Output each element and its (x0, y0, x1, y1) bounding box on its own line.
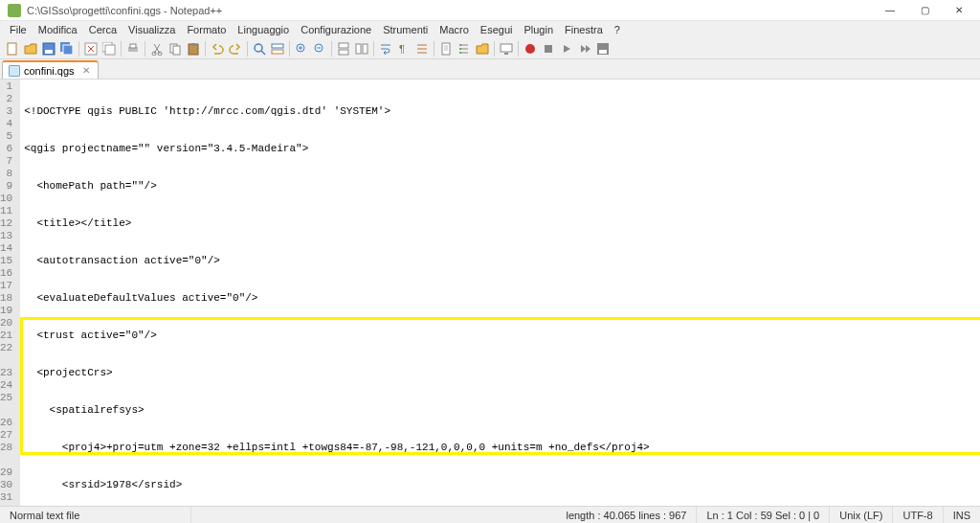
tab-confini-qgs[interactable]: confini.qgs ✕ (2, 60, 99, 79)
svg-rect-21 (339, 43, 348, 48)
function-list-icon[interactable] (456, 40, 473, 57)
menu-strumenti[interactable]: Strumenti (377, 23, 434, 36)
editor: 12345678910 11121314151617181920 2122232… (0, 79, 980, 506)
menubar: File Modifica Cerca Visualizza Formato L… (0, 21, 980, 38)
svg-rect-9 (130, 44, 136, 48)
menu-visualizza[interactable]: Visualizza (122, 23, 181, 36)
redo-icon[interactable] (227, 40, 244, 57)
menu-macro[interactable]: Macro (434, 23, 475, 36)
record-icon[interactable] (522, 40, 539, 57)
doc-map-icon[interactable] (437, 40, 455, 57)
close-all-icon[interactable] (100, 40, 118, 57)
svg-rect-0 (8, 43, 16, 55)
status-length: length : 40.065 lines : 967 (556, 507, 697, 523)
monitor-icon[interactable] (498, 40, 515, 57)
svg-rect-17 (272, 44, 283, 48)
svg-rect-35 (599, 50, 607, 54)
paste-icon[interactable] (185, 40, 202, 57)
menu-modifica[interactable]: Modifica (33, 23, 83, 36)
svg-rect-7 (105, 45, 115, 55)
menu-plugin[interactable]: Plugin (518, 23, 559, 36)
sync-h-icon[interactable] (353, 40, 370, 57)
close-window-button[interactable]: ✕ (947, 2, 970, 19)
svg-rect-31 (504, 53, 508, 55)
play-multi-icon[interactable] (576, 40, 593, 57)
svg-rect-22 (339, 50, 348, 55)
svg-rect-26 (442, 43, 450, 55)
menu-configurazione[interactable]: Configurazione (295, 23, 377, 36)
status-ins[interactable]: INS (944, 507, 980, 523)
svg-point-16 (255, 44, 262, 52)
app-icon (8, 4, 21, 17)
hidden-chars-icon[interactable]: ¶ (395, 40, 412, 57)
window-title: C:\GISso\progetti\confini.qgs - Notepad+… (27, 5, 879, 16)
svg-rect-23 (356, 44, 361, 54)
save-macro-icon[interactable] (594, 40, 612, 57)
svg-point-28 (459, 48, 461, 50)
stop-icon[interactable] (540, 40, 557, 57)
save-all-icon[interactable] (58, 40, 76, 57)
menu-esegui[interactable]: Esegui (475, 23, 519, 36)
document-tabbar: confini.qgs ✕ (0, 59, 980, 79)
close-tab-icon[interactable]: ✕ (82, 65, 90, 76)
menu-file[interactable]: File (4, 23, 33, 36)
play-icon[interactable] (558, 40, 575, 57)
svg-rect-2 (45, 50, 53, 54)
cut-icon[interactable] (148, 40, 166, 57)
svg-rect-30 (501, 44, 512, 52)
copy-icon[interactable] (167, 40, 184, 57)
svg-rect-13 (173, 46, 180, 55)
new-file-icon[interactable] (4, 40, 21, 57)
menu-finestra[interactable]: Finestra (559, 23, 609, 36)
statusbar: Normal text file length : 40.065 lines :… (0, 506, 980, 523)
status-filetype: Normal text file (0, 507, 191, 523)
status-encoding[interactable]: UTF-8 (893, 507, 943, 523)
svg-rect-18 (272, 50, 283, 54)
zoom-in-icon[interactable] (293, 40, 310, 57)
undo-icon[interactable] (209, 40, 226, 57)
svg-point-32 (525, 44, 535, 54)
find-icon[interactable] (251, 40, 268, 57)
window-titlebar: C:\GISso\progetti\confini.qgs - Notepad+… (0, 0, 980, 21)
minimize-button[interactable]: — (879, 2, 902, 19)
svg-rect-15 (191, 43, 195, 46)
maximize-button[interactable]: ▢ (913, 2, 936, 19)
save-icon[interactable] (40, 40, 57, 57)
wrap-icon[interactable] (377, 40, 394, 57)
zoom-out-icon[interactable] (311, 40, 328, 57)
sync-v-icon[interactable] (335, 40, 352, 57)
svg-text:¶: ¶ (399, 43, 405, 55)
svg-point-29 (459, 52, 461, 54)
replace-icon[interactable] (269, 40, 286, 57)
document-icon (9, 65, 20, 77)
line-number-gutter: 12345678910 11121314151617181920 2122232… (0, 80, 20, 506)
toolbar: ¶ (0, 38, 980, 59)
close-file-icon[interactable] (82, 40, 100, 57)
menu-cerca[interactable]: Cerca (83, 23, 122, 36)
svg-rect-24 (363, 44, 368, 54)
tab-label: confini.qgs (24, 65, 75, 77)
svg-rect-33 (545, 45, 552, 53)
indent-guide-icon[interactable] (413, 40, 431, 57)
status-eol[interactable]: Unix (LF) (830, 507, 893, 523)
print-icon[interactable] (124, 40, 142, 57)
status-position: Ln : 1 Col : 59 Sel : 0 | 0 (697, 507, 830, 523)
menu-linguaggio[interactable]: Linguaggio (232, 23, 295, 36)
menu-help[interactable]: ? (609, 23, 626, 36)
folder-icon[interactable] (474, 40, 491, 57)
menu-formato[interactable]: Formato (181, 23, 232, 36)
code-area[interactable]: <!DOCTYPE qgis PUBLIC 'http://mrcc.com/q… (20, 80, 980, 506)
open-file-icon[interactable] (22, 40, 39, 57)
svg-rect-4 (63, 45, 73, 55)
svg-point-27 (459, 44, 461, 46)
